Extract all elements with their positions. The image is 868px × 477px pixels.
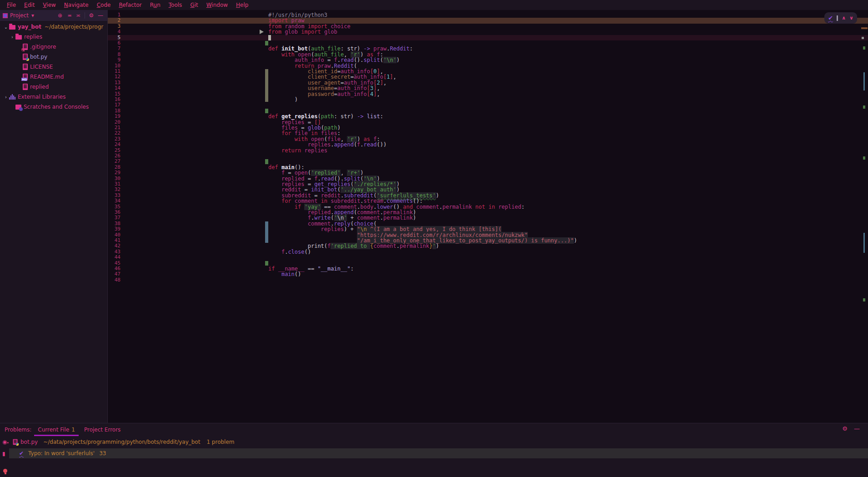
scrollbar-error-stripe-mark[interactable]	[863, 233, 865, 253]
menu-window[interactable]: Window	[202, 1, 232, 9]
lightbulb-icon[interactable]	[3, 469, 7, 473]
code-line-47[interactable]: 47 main()	[108, 271, 868, 277]
menu-file[interactable]: File	[3, 1, 20, 9]
code-line-13[interactable]: 13 user_agent=auth_info[2],	[108, 80, 868, 85]
scrollbar-error-stripe-mark[interactable]	[863, 72, 865, 90]
code-line-4[interactable]: 4from glob import glob	[108, 29, 868, 35]
code-line-1[interactable]: 1#!/usr/bin/python3	[108, 12, 868, 18]
code-line-33[interactable]: 33 subreddit = reddit.subreddit('surferl…	[108, 193, 868, 198]
code-line-3[interactable]: 3from random import choice	[108, 24, 868, 29]
hide-panel-icon[interactable]: —	[854, 425, 860, 432]
code-line-36[interactable]: 36 replied.append(comment.permalink)	[108, 210, 868, 215]
tree-item-yay-bot[interactable]: ⌄yay_bot~/data/projects/progr	[0, 22, 108, 32]
code-line-14[interactable]: 14 username=auth_info[3],	[108, 85, 868, 91]
code-line-15[interactable]: 15 password=auth_info[4],	[108, 91, 868, 97]
scrollbar-error-stripe-mark[interactable]	[862, 37, 864, 39]
menu-tools[interactable]: Tools	[165, 1, 186, 9]
scrollbar-error-stripe-mark[interactable]	[861, 27, 868, 29]
tree-item-replies[interactable]: ›replies	[0, 32, 108, 42]
code-line-23[interactable]: 23 with open(file, 'r') as f:	[108, 136, 868, 142]
code-line-18[interactable]: 18	[108, 108, 868, 114]
code-line-17[interactable]: 17	[108, 102, 868, 108]
scrollbar-error-stripe-mark[interactable]	[863, 156, 865, 160]
code-line-30[interactable]: 30 replied = f.read().split('\n')	[108, 176, 868, 181]
gutter-change-marker	[265, 109, 268, 113]
code-line-6[interactable]: 6	[108, 40, 868, 46]
menu-help[interactable]: Help	[232, 1, 252, 9]
code-line-16[interactable]: 16 )	[108, 97, 868, 102]
code-line-24[interactable]: 24 replies.append(f.read())	[108, 142, 868, 147]
tree-item-external-libraries[interactable]: ›External Libraries	[0, 92, 108, 102]
expand-all-icon[interactable]: ≖	[65, 12, 74, 19]
tree-item-replied[interactable]: replied	[0, 82, 108, 92]
code-line-10[interactable]: 10 return praw.Reddit(	[108, 63, 868, 69]
scrollbar-error-stripe-mark[interactable]	[863, 298, 865, 301]
menu-code[interactable]: Code	[93, 1, 115, 9]
code-line-31[interactable]: 31 replies = get_replies('./replies/*')	[108, 181, 868, 187]
code-line-43[interactable]: 43 f.close()	[108, 249, 868, 255]
project-tool-window: Project ▾ ⊕ ≖ ≍ ⚙ — ⌄yay_bot~/data/proje…	[0, 10, 108, 423]
next-problem-icon[interactable]: ∨	[849, 15, 853, 21]
code-line-22[interactable]: 22 for file in files:	[108, 131, 868, 136]
problems-tabs: Problems: Current File1Project Errors	[3, 425, 125, 434]
settings-gear-icon[interactable]: ⚙	[87, 12, 96, 19]
code-line-29[interactable]: 29 f = open('replied', 'r+')	[108, 170, 868, 176]
code-line-41[interactable]: 41 "/am_i_the_only_one_that_likes_to_pos…	[108, 238, 868, 243]
code-line-2[interactable]: 2import praw	[108, 18, 868, 23]
menu-git[interactable]: Git	[186, 1, 202, 9]
problems-tab-current-file[interactable]: Current File1	[33, 425, 80, 434]
code-line-12[interactable]: 12 client_secret=auth_info[1],	[108, 74, 868, 80]
tree-item-readme-md[interactable]: MDREADME.md	[0, 72, 108, 82]
code-line-48[interactable]: 48	[108, 277, 868, 283]
scrollbar-error-stripe-mark[interactable]	[863, 105, 865, 109]
tree-item-scratches-and-consoles[interactable]: Scratches and Consoles	[0, 102, 108, 112]
previous-problem-icon[interactable]: ∧	[842, 15, 846, 21]
line-number: 48	[110, 277, 120, 283]
code-line-21[interactable]: 21 files = glob(path)	[108, 125, 868, 131]
code-line-11[interactable]: 11 client_id=auth_info[0],	[108, 69, 868, 74]
settings-gear-icon[interactable]: ⚙	[842, 425, 848, 432]
code-line-32[interactable]: 32 reddit = init_bot('../yay_bot_auth')	[108, 187, 868, 192]
run-gutter-icon[interactable]	[260, 30, 264, 34]
chevron-right-icon[interactable]: ›	[9, 35, 15, 40]
collapse-all-icon[interactable]: ≍	[74, 12, 83, 19]
problems-tab-project-errors[interactable]: Project Errors	[80, 425, 125, 434]
menu-navigate[interactable]: Navigate	[60, 1, 93, 9]
code-line-26[interactable]: 26	[108, 153, 868, 159]
tree-item-license[interactable]: LICENSE	[0, 62, 108, 72]
inspections-filter-icon[interactable]: ◉▾	[2, 439, 9, 445]
chevron-down-icon[interactable]: ⌄	[3, 25, 9, 30]
problems-file-row[interactable]: bot.py ~/data/projects/programming/pytho…	[13, 437, 235, 447]
code-line-7[interactable]: 7def init_bot(auth_file: str) -> praw.Re…	[108, 46, 868, 51]
code-editor[interactable]: 1#!/usr/bin/python32import praw3from ran…	[108, 10, 868, 423]
code-line-39[interactable]: 39 replies) + "\n ^(I am a bot and yes, …	[108, 226, 868, 232]
locate-icon[interactable]: ⊕	[55, 12, 65, 19]
chevron-down-icon[interactable]: ▾	[30, 12, 35, 19]
hide-panel-icon[interactable]: —	[96, 12, 105, 19]
code-line-46[interactable]: 46if __name__ == "__main__":	[108, 266, 868, 271]
menu-run[interactable]: Run	[146, 1, 165, 9]
code-line-28[interactable]: 28def main():	[108, 165, 868, 170]
problem-item-row[interactable]: ✔ Typo: In word 'surferluls' 33	[9, 448, 868, 458]
code-line-42[interactable]: 42 print(f'replied to {comment.permalink…	[108, 243, 868, 249]
code-line-25[interactable]: 25 return replies	[108, 148, 868, 153]
code-line-27[interactable]: 27	[108, 159, 868, 164]
menu-view[interactable]: View	[39, 1, 60, 9]
menu-refactor[interactable]: Refactor	[115, 1, 146, 9]
code-line-44[interactable]: 44	[108, 255, 868, 260]
tree-item--gitignore[interactable]: .gitignore	[0, 42, 108, 52]
code-line-19[interactable]: 19def get_replies(path: str) -> list:	[108, 114, 868, 119]
code-line-5[interactable]: 5	[108, 35, 868, 40]
code-line-45[interactable]: 45	[108, 261, 868, 266]
project-panel-title[interactable]: Project	[10, 12, 29, 19]
chevron-right-icon[interactable]: ›	[3, 95, 9, 100]
code-line-8[interactable]: 8 with open(auth_file, 'r') as f:	[108, 52, 868, 57]
suppress-icon[interactable]: ▮	[2, 451, 5, 457]
scrollbar-error-stripe-mark[interactable]	[863, 46, 865, 50]
code-line-35[interactable]: 35 if 'yay' == comment.body.lower() and …	[108, 204, 868, 210]
menu-edit[interactable]: Edit	[20, 1, 39, 9]
code-line-9[interactable]: 9 auth_info = f.read().split('\n')	[108, 57, 868, 63]
tree-item-bot-py[interactable]: bot.py	[0, 52, 108, 62]
code-line-37[interactable]: 37 f.write('\n' + comment.permalink)	[108, 215, 868, 221]
code-line-20[interactable]: 20 replies = []	[108, 120, 868, 125]
